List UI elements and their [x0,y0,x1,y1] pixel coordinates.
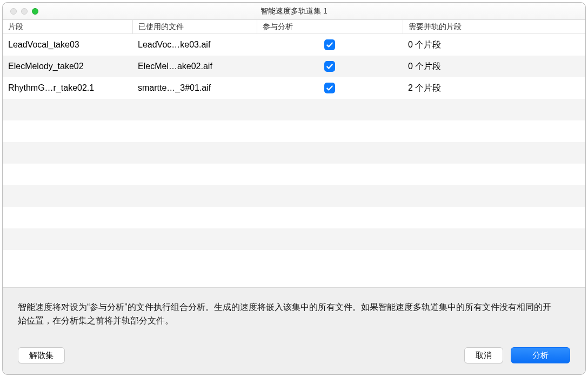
cell-segment: LeadVocal_take03 [3,40,132,50]
column-header-usedfile[interactable]: 已使用的文件 [132,20,257,33]
table-row-empty [3,228,585,250]
table-header: 片段 已使用的文件 参与分析 需要并轨的片段 [3,20,585,34]
column-header-analyze[interactable]: 参与分析 [257,20,403,33]
button-row: 解散集 取消 分析 [18,347,570,363]
dissolve-button[interactable]: 解散集 [18,347,65,363]
window-title: 智能速度多轨道集 1 [3,6,585,16]
titlebar: 智能速度多轨道集 1 [3,3,585,20]
analyze-checkbox[interactable] [324,61,335,72]
cell-analyze [257,39,403,50]
traffic-lights [3,8,38,15]
cell-bounce: 2 个片段 [403,83,585,94]
bottom-panel: 智能速度将对设为“参与分析”的文件执行组合分析。生成的速度将嵌入该集中的所有文件… [3,288,585,374]
table-row-empty [3,99,585,120]
analyze-button[interactable]: 分析 [511,347,570,363]
close-icon[interactable] [10,8,17,15]
cell-segment: RhythmG…r_take02.1 [3,83,132,93]
table-body: LeadVocal_take03LeadVoc…ke03.aif0 个片段Ele… [3,34,585,250]
table-row-empty [3,185,585,207]
analyze-checkbox[interactable] [324,83,335,93]
table-row-empty [3,120,585,142]
cell-usedfile: LeadVoc…ke03.aif [132,40,257,50]
minimize-icon[interactable] [21,8,28,15]
table-container[interactable]: 片段 已使用的文件 参与分析 需要并轨的片段 LeadVocal_take03L… [3,20,585,288]
cancel-button[interactable]: 取消 [464,347,503,363]
cell-analyze [257,61,403,72]
cell-usedfile: ElecMel…ake02.aif [132,62,257,71]
table-row[interactable]: RhythmG…r_take02.1smartte…_3#01.aif2 个片段 [3,77,585,99]
description-text: 智能速度将对设为“参与分析”的文件执行组合分析。生成的速度将嵌入该集中的所有文件… [18,301,558,328]
table-row-empty [3,142,585,164]
cell-usedfile: smartte…_3#01.aif [132,83,257,93]
table-row-empty [3,207,585,228]
column-header-bounce[interactable]: 需要并轨的片段 [403,20,585,33]
cell-segment: ElecMelody_take02 [3,62,132,71]
table-row[interactable]: ElecMelody_take02ElecMel…ake02.aif0 个片段 [3,56,585,77]
zoom-icon[interactable] [32,8,38,15]
analyze-checkbox[interactable] [324,39,335,50]
cell-bounce: 0 个片段 [403,39,585,51]
column-header-segment[interactable]: 片段 [3,20,132,33]
cell-bounce: 0 个片段 [403,61,585,72]
cell-analyze [257,83,403,93]
table-row-empty [3,164,585,185]
smart-tempo-window: 智能速度多轨道集 1 片段 已使用的文件 参与分析 需要并轨的片段 LeadVo… [2,2,586,375]
table-row[interactable]: LeadVocal_take03LeadVoc…ke03.aif0 个片段 [3,34,585,56]
